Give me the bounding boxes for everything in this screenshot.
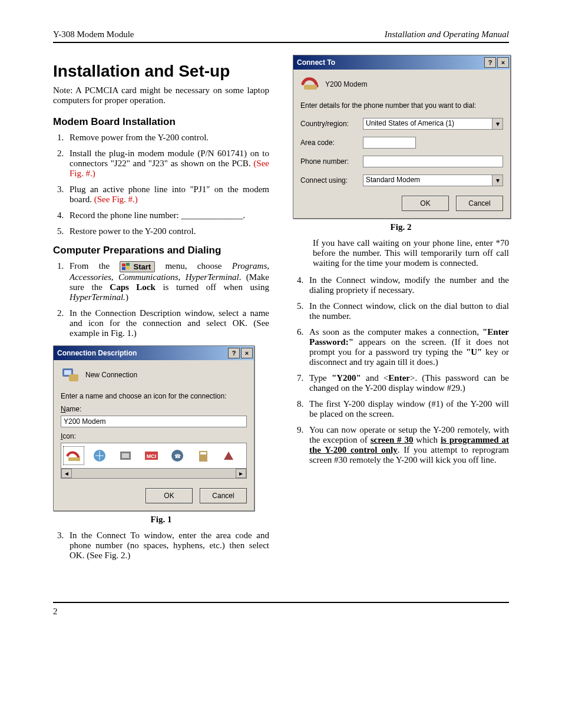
dialog-subtitle: Y200 Modem bbox=[325, 80, 367, 88]
dialog-connection-description: Connection Description ? × New Connectio… bbox=[53, 345, 254, 511]
svg-rect-2 bbox=[122, 267, 125, 270]
ok-button[interactable]: OK bbox=[146, 488, 193, 503]
connect-using-label: Connect using: bbox=[300, 176, 358, 185]
page-number: 2 bbox=[53, 607, 58, 616]
chevron-down-icon[interactable]: ▾ bbox=[492, 175, 503, 186]
icon-option[interactable] bbox=[219, 447, 239, 465]
window-title: Connect To bbox=[297, 58, 335, 67]
svg-rect-0 bbox=[122, 263, 125, 266]
icon-picker[interactable]: MCI ☎ bbox=[61, 443, 247, 469]
icon-option[interactable] bbox=[193, 447, 213, 465]
titlebar: Connect To ? × bbox=[293, 55, 510, 70]
figure-2-caption: Fig. 2 bbox=[293, 222, 509, 232]
icon-option[interactable] bbox=[115, 447, 135, 465]
icon-option[interactable]: MCI bbox=[141, 447, 161, 465]
icon-option[interactable] bbox=[64, 447, 84, 465]
connection-icon bbox=[61, 366, 81, 384]
name-input[interactable] bbox=[61, 416, 247, 427]
dialog-header-row: Y200 Modem bbox=[300, 75, 503, 93]
dialog-prompt: Enter details for the phone number that … bbox=[300, 101, 503, 110]
svg-rect-17 bbox=[304, 85, 317, 90]
computer-prep-steps-cont: In the Connect To window, enter the area… bbox=[53, 531, 269, 561]
close-button[interactable]: × bbox=[241, 348, 253, 358]
step: Remove power from the Y-200 control. bbox=[66, 133, 269, 143]
svg-text:☎: ☎ bbox=[174, 453, 181, 459]
scroll-left-icon[interactable]: ◂ bbox=[61, 469, 72, 478]
section-computer-prep: Computer Preparations and Dialing bbox=[53, 245, 269, 256]
close-button[interactable]: × bbox=[497, 57, 509, 68]
call-waiting-note: If you have call waiting on your phone l… bbox=[313, 238, 509, 268]
step: Record the phone line number: __________… bbox=[66, 210, 269, 220]
page-header: Y-308 Modem Module Installation and Oper… bbox=[53, 29, 509, 43]
dialog-prompt: Enter a name and choose an icon for the … bbox=[61, 392, 247, 400]
step: In the Connect window, modify the number… bbox=[306, 275, 509, 295]
phone-icon bbox=[300, 75, 320, 93]
step: Plug an active phone line into "PJ1" on … bbox=[66, 185, 269, 205]
area-code-label: Area code: bbox=[300, 139, 358, 147]
cancel-button[interactable]: Cancel bbox=[200, 488, 247, 503]
step: Install the plug-in modem module (P/N 60… bbox=[66, 149, 269, 179]
step: The first Y-200 display window (#1) of t… bbox=[306, 399, 509, 419]
dialog-connect-to: Connect To ? × Y200 Modem Enter details … bbox=[293, 55, 511, 219]
dialog-header-row: New Connection bbox=[61, 366, 247, 384]
phone-number-label: Phone number: bbox=[300, 157, 358, 166]
start-button-icon: Start bbox=[120, 261, 155, 272]
header-left: Y-308 Modem Module bbox=[53, 29, 134, 39]
phone-number-input[interactable] bbox=[363, 156, 503, 167]
figure-1-caption: Fig. 1 bbox=[53, 515, 269, 525]
icon-scrollbar[interactable]: ◂ ▸ bbox=[61, 469, 247, 479]
page-title: Installation and Set-up bbox=[53, 62, 269, 81]
icon-option[interactable] bbox=[90, 447, 110, 465]
modem-install-steps: Remove power from the Y-200 control. Ins… bbox=[53, 133, 269, 236]
step: You can now operate or setup the Y-200 r… bbox=[306, 425, 509, 465]
svg-text:MCI: MCI bbox=[147, 453, 157, 459]
header-right: Installation and Operating Manual bbox=[385, 29, 509, 39]
country-combo[interactable]: United States of America (1) ▾ bbox=[363, 118, 503, 130]
left-column: Installation and Set-up Note: A PCMCIA c… bbox=[53, 55, 269, 566]
svg-rect-5 bbox=[64, 370, 71, 375]
step: Type "Y200" and <Enter>. (This password … bbox=[306, 373, 509, 393]
help-button[interactable]: ? bbox=[484, 57, 496, 68]
computer-prep-steps: From the Start menu, choose Programs, Ac… bbox=[53, 261, 269, 338]
titlebar: Connection Description ? × bbox=[54, 346, 254, 360]
connect-using-combo[interactable]: Standard Modem ▾ bbox=[363, 174, 503, 186]
step: In the Connect window, click on the dial… bbox=[306, 301, 509, 321]
dialog-subtitle: New Connection bbox=[85, 371, 137, 379]
intro-note: Note: A PCMCIA card might be necessary o… bbox=[53, 85, 269, 106]
svg-rect-16 bbox=[200, 452, 206, 454]
svg-rect-1 bbox=[126, 263, 130, 266]
window-title: Connection Description bbox=[57, 349, 137, 357]
ok-button[interactable]: OK bbox=[402, 196, 449, 211]
section-modem-install: Modem Board Installation bbox=[53, 116, 269, 128]
icon-option[interactable]: ☎ bbox=[167, 447, 187, 465]
step: From the Start menu, choose Programs, Ac… bbox=[66, 261, 269, 302]
step: As soon as the computer makes a connecti… bbox=[306, 327, 509, 367]
scroll-right-icon[interactable]: ▸ bbox=[236, 469, 246, 478]
right-column: Connect To ? × Y200 Modem Enter details … bbox=[293, 55, 509, 566]
svg-rect-10 bbox=[122, 453, 129, 458]
chevron-down-icon[interactable]: ▾ bbox=[492, 118, 503, 129]
page: Y-308 Modem Module Installation and Oper… bbox=[0, 0, 562, 640]
svg-rect-6 bbox=[69, 374, 78, 381]
step: In the Connection Description window, se… bbox=[66, 308, 269, 338]
help-button[interactable]: ? bbox=[228, 348, 240, 358]
country-label: Country/region: bbox=[300, 120, 358, 128]
cancel-button[interactable]: Cancel bbox=[456, 196, 503, 211]
right-steps: In the Connect window, modify the number… bbox=[293, 275, 509, 465]
step: In the Connect To window, enter the area… bbox=[66, 531, 269, 561]
step: Restore power to the Y-200 control. bbox=[66, 226, 269, 236]
page-footer: 2 bbox=[53, 602, 509, 617]
svg-rect-3 bbox=[126, 266, 130, 269]
svg-rect-7 bbox=[68, 457, 80, 461]
area-code-input[interactable] bbox=[363, 137, 416, 149]
